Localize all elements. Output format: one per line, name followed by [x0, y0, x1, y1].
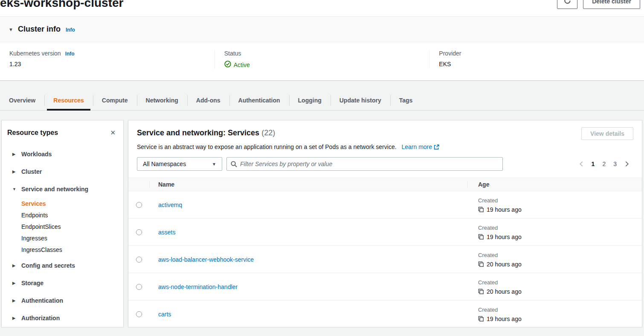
resource-types-sidebar: Resource types ✕ ▶ Workloads ▶ Cluster ▼…	[1, 120, 124, 327]
age-value: 19 hours ago	[487, 234, 522, 240]
tab-update-history[interactable]: Update history	[331, 91, 390, 110]
tab-add-ons[interactable]: Add-ons	[187, 91, 229, 110]
field-label: Status	[224, 50, 241, 57]
learn-more-link[interactable]: Learn more	[401, 143, 439, 150]
copy-icon[interactable]	[478, 289, 484, 295]
page-number-2[interactable]: 2	[598, 159, 609, 169]
collapse-caret-icon[interactable]: ▼	[9, 27, 13, 32]
copy-icon[interactable]	[478, 316, 484, 322]
cluster-info-info-link[interactable]: Info	[66, 27, 75, 33]
caret-right-icon: ▶	[12, 298, 21, 303]
previous-page-icon[interactable]	[575, 159, 588, 169]
filter-searchbox	[226, 157, 503, 171]
page-title: eks-workshop-cluster	[0, 0, 123, 10]
service-networking-subitems: Services Endpoints EndpointSlices Ingres…	[21, 198, 118, 255]
kubernetes-version-info-link[interactable]: Info	[65, 51, 75, 57]
sidebar-section-storage[interactable]: ▶ Storage	[7, 278, 118, 288]
table-row: aws-load-balancer-webhook-service Create…	[128, 246, 642, 273]
pagination: 1 2 3	[575, 159, 633, 169]
row-radio-button[interactable]	[136, 229, 142, 235]
caret-right-icon: ▶	[12, 169, 21, 174]
copy-icon[interactable]	[478, 234, 484, 240]
age-value: 19 hours ago	[487, 206, 522, 213]
sidebar-item-ingressclasses[interactable]: IngressClasses	[21, 244, 118, 255]
sidebar-section-authorization[interactable]: ▶ Authorization	[7, 313, 118, 323]
tab-tags[interactable]: Tags	[390, 91, 422, 110]
delete-cluster-button[interactable]: Delete cluster	[583, 0, 640, 9]
sidebar-section-label: Config and secrets	[21, 262, 75, 269]
sidebar-section-workloads[interactable]: ▶ Workloads	[7, 149, 118, 159]
sidebar-section-cluster[interactable]: ▶ Cluster	[7, 167, 118, 177]
table-controls: All Namespaces ▼ 1 2	[137, 157, 633, 171]
tab-resources[interactable]: Resources	[44, 91, 93, 110]
refresh-button[interactable]	[557, 0, 577, 9]
tab-overview[interactable]: Overview	[0, 91, 44, 110]
sidebar-section-label: Cluster	[21, 168, 42, 175]
created-label: Created	[478, 225, 642, 231]
search-icon	[231, 161, 237, 167]
field-label: Kubernetes version	[9, 50, 61, 57]
row-radio-button[interactable]	[136, 284, 142, 290]
kubernetes-version-value: 1.23	[9, 61, 205, 67]
sidebar-title: Resource types	[7, 128, 58, 137]
chevron-down-icon: ▼	[212, 162, 216, 167]
created-label: Created	[478, 279, 642, 286]
status-value: Active	[234, 61, 250, 68]
sidebar-section-config-and-secrets[interactable]: ▶ Config and secrets	[7, 260, 118, 271]
caret-right-icon: ▶	[12, 152, 21, 156]
learn-more-text: Learn more	[401, 143, 432, 150]
next-page-icon[interactable]	[621, 159, 633, 169]
services-description: Service is an abstract way to expose an …	[137, 143, 633, 151]
tab-networking[interactable]: Networking	[137, 91, 187, 110]
services-panel-title: Service and networking: Services (22)	[137, 127, 275, 137]
copy-icon[interactable]	[478, 207, 484, 213]
sidebar-section-service-and-networking[interactable]: ▼ Service and networking	[7, 184, 118, 194]
age-value: 20 hours ago	[487, 288, 522, 295]
age-column-header: Age	[468, 181, 642, 188]
refresh-icon	[564, 0, 571, 6]
row-radio-button[interactable]	[136, 257, 142, 263]
sidebar-section-label: Workloads	[21, 151, 52, 158]
sidebar-item-services[interactable]: Services	[21, 198, 118, 209]
external-link-icon	[434, 144, 439, 151]
content-area: Resource types ✕ ▶ Workloads ▶ Cluster ▼…	[0, 111, 644, 327]
row-radio-button[interactable]	[136, 202, 142, 208]
page-number-1[interactable]: 1	[588, 159, 599, 169]
filter-input[interactable]	[240, 161, 499, 167]
sidebar-section-label: Authorization	[21, 315, 60, 321]
cluster-info-header[interactable]: ▼ Cluster info Info	[0, 16, 644, 42]
close-icon[interactable]: ✕	[107, 128, 118, 137]
service-link[interactable]: assets	[158, 229, 175, 236]
service-link[interactable]: aws-load-balancer-webhook-service	[158, 256, 254, 263]
copy-icon[interactable]	[478, 261, 484, 267]
created-label: Created	[478, 252, 642, 258]
view-details-button[interactable]: View details	[581, 127, 633, 140]
tab-bar: Overview Resources Compute Networking Ad…	[0, 91, 644, 111]
page-number-3[interactable]: 3	[609, 159, 621, 169]
sidebar-section-label: Storage	[21, 280, 44, 286]
sidebar-item-endpointslices[interactable]: EndpointSlices	[21, 221, 118, 232]
services-panel: Service and networking: Services (22) Vi…	[128, 120, 642, 327]
tab-compute[interactable]: Compute	[93, 91, 137, 110]
provider-value: EKS	[439, 61, 635, 67]
cluster-info-panel: ▼ Cluster info Info Kubernetes version I…	[0, 16, 644, 80]
service-link[interactable]: aws-node-termination-handler	[158, 283, 238, 290]
created-label: Created	[478, 307, 642, 313]
name-column-header: Name	[150, 178, 468, 191]
service-link[interactable]: activemq	[158, 202, 182, 208]
tab-logging[interactable]: Logging	[289, 91, 331, 110]
caret-right-icon: ▶	[12, 281, 21, 285]
age-value: 20 hours ago	[487, 261, 522, 268]
namespace-select[interactable]: All Namespaces ▼	[137, 157, 222, 171]
table-row: aws-node-termination-handler Created 20 …	[128, 273, 642, 301]
sidebar-item-ingresses[interactable]: Ingresses	[21, 233, 118, 244]
sidebar-section-authentication[interactable]: ▶ Authentication	[7, 295, 118, 306]
status-check-icon	[224, 61, 231, 69]
table-header: Name Age	[128, 178, 642, 191]
cluster-info-title: Cluster info	[18, 25, 61, 34]
service-link[interactable]: carts	[158, 311, 171, 318]
field-provider: Provider EKS	[429, 50, 644, 69]
sidebar-item-endpoints[interactable]: Endpoints	[21, 210, 118, 221]
tab-authentication[interactable]: Authentication	[229, 91, 289, 110]
row-radio-button[interactable]	[136, 311, 142, 317]
